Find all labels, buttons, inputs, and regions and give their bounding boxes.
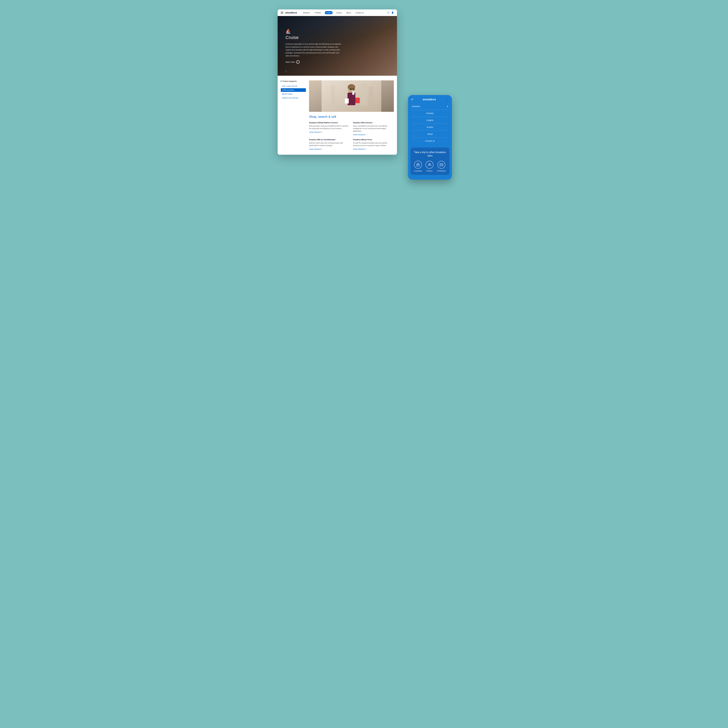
developers-label: Developers (437, 170, 446, 172)
section-title: Shop, search & sell (309, 115, 394, 119)
developers-site-item[interactable]: Developers (437, 161, 446, 172)
corporate-label: Corporate (414, 170, 422, 172)
hero-title: Cruise (286, 35, 342, 40)
product-desc-2: Enjoy unparalleled connectivity and cost… (353, 125, 394, 132)
careers-icon (425, 161, 433, 169)
nav-about[interactable]: About (346, 11, 352, 14)
nav-actions: 🔍 👤 (387, 11, 394, 14)
mobile-menu-contact[interactable]: Contact us (408, 138, 452, 144)
hamburger-menu[interactable] (281, 12, 283, 14)
mobile-menu-solutions[interactable]: Solutions ▾ (408, 103, 452, 110)
mobile-menu: Solutions ▾ Portfolio Insights Events (408, 103, 452, 146)
desktop-browser: amadeus Solutions Portfolio Insights Eve… (278, 9, 397, 154)
mobile-menu-insights[interactable]: Insights (408, 117, 452, 124)
svg-rect-2 (369, 87, 373, 106)
mobile-menu-insights-label: Insights (412, 119, 448, 121)
mobile-menu-events-label: Events (412, 126, 448, 128)
svg-rect-7 (355, 98, 360, 103)
product-name-4: Amadeus Master Pricer (353, 139, 394, 141)
mobile-menu-contact-label: Contact us (412, 140, 448, 142)
nav-insights[interactable]: Insights (325, 11, 333, 14)
sidebar-item-shop[interactable]: Shop, search and sell (281, 84, 306, 88)
mobile-menu-portfolio-label: Portfolio (412, 112, 448, 115)
mobile-nav: ✕ amadeus 👤 (408, 95, 452, 103)
nav-solutions[interactable]: Solutions (302, 11, 311, 14)
svg-rect-3 (331, 85, 335, 106)
careers-site-item[interactable]: Careers (425, 161, 433, 172)
mobile-menu-portfolio[interactable]: Portfolio (408, 110, 452, 117)
cruise-icon: ⛵ (286, 29, 342, 34)
product-card-2: Amadeus Web Services Enjoy unparalleled … (353, 122, 394, 136)
product-name-1: Amadeus Selling Platform Connect (309, 122, 350, 124)
other-sites-icons: Corporate Careers (413, 161, 447, 172)
watch-video-label: Watch video (286, 61, 295, 63)
product-image-inner (309, 80, 394, 112)
other-sites-section: Take a trip to other Amadeus sites (410, 147, 450, 175)
corporate-svg (416, 163, 420, 167)
mobile-container: ✕ amadeus 👤 Solutions ▾ Portfolio (408, 95, 452, 180)
mobile-menu-about[interactable]: About (408, 131, 452, 138)
product-name-3: Amadeus IBE by Traveltainment (309, 139, 350, 141)
scroll-down-icon[interactable]: ↓ (286, 70, 287, 73)
sidebar: Product categories Shop, search and sell… (281, 80, 306, 150)
product-desc-1: Next-generation booking and fulfillment … (309, 125, 350, 130)
svg-rect-9 (352, 91, 355, 95)
svg-rect-8 (345, 98, 349, 104)
nav-portfolio[interactable]: Portfolio (314, 11, 322, 14)
sidebar-item-traffic[interactable]: Traffic acquisition (281, 88, 306, 92)
corporate-site-item[interactable]: Corporate (414, 161, 422, 172)
hero-section: ⛵ Cruise Customer expectation is at an a… (278, 16, 397, 76)
corporate-icon (414, 161, 422, 169)
sidebar-title: Product categories (281, 80, 306, 82)
products-grid: Amadeus Selling Platform Connect Next-ge… (309, 122, 394, 150)
developers-svg (439, 163, 443, 167)
mobile-user-icon[interactable]: 👤 (446, 98, 449, 101)
svg-rect-11 (353, 89, 355, 90)
svg-point-17 (428, 164, 430, 165)
main-content: Shop, search & sell Amadeus Selling Plat… (309, 80, 394, 150)
svg-line-20 (441, 164, 442, 165)
product-name-2: Amadeus Web Services (353, 122, 394, 124)
mobile-menu-about-label: About (412, 133, 448, 135)
chevron-down-icon: ▾ (447, 105, 448, 107)
product-desc-3: Optimize online sales with a booking eng… (309, 142, 350, 147)
nav-contact[interactable]: Contact us (355, 11, 365, 14)
view-product-4[interactable]: VIEW PRODUCT (353, 148, 394, 150)
hero-content: ⛵ Cruise Customer expectation is at an a… (278, 16, 350, 69)
mobile-close-button[interactable]: ✕ (411, 98, 413, 101)
mobile-mockup: ✕ amadeus 👤 Solutions ▾ Portfolio (408, 95, 452, 180)
mobile-menu-events[interactable]: Events (408, 124, 452, 130)
search-icon[interactable]: 🔍 (387, 11, 390, 14)
svg-point-18 (430, 164, 431, 165)
nav-links: Solutions Portfolio Insights Events Abou… (302, 11, 387, 14)
product-image-svg (309, 80, 394, 112)
svg-rect-13 (417, 164, 419, 164)
view-product-2[interactable]: VIEW PRODUCT (353, 134, 394, 136)
product-image (309, 80, 394, 112)
page-layout: amadeus Solutions Portfolio Insights Eve… (278, 9, 450, 154)
view-product-1[interactable]: VIEW PRODUCT (309, 132, 350, 133)
developers-icon (437, 161, 445, 169)
product-card-3: Amadeus IBE by Traveltainment Optimize o… (309, 139, 350, 150)
sidebar-item-market[interactable]: Market insights (281, 92, 306, 96)
svg-rect-1 (361, 84, 367, 106)
hero-description: Customer expectation is at an all-time h… (286, 43, 342, 57)
browser-window: amadeus Solutions Portfolio Insights Eve… (278, 9, 397, 154)
mobile-menu-solutions-label: Solutions (412, 105, 420, 107)
watch-video-button[interactable]: Watch video (286, 60, 342, 64)
careers-label: Careers (427, 170, 433, 172)
other-sites-title: Take a trip to other Amadeus sites (413, 151, 447, 158)
view-product-3[interactable]: VIEW PRODUCT (309, 148, 350, 150)
nav-events[interactable]: Events (335, 11, 343, 14)
play-icon (296, 60, 300, 64)
product-card-1: Amadeus Selling Platform Connect Next-ge… (309, 122, 350, 136)
svg-rect-10 (350, 89, 352, 90)
sidebar-item-optimize[interactable]: Optimize and automate (281, 96, 306, 100)
user-icon[interactable]: 👤 (392, 11, 394, 14)
product-card-4: Amadeus Master Pricer Provide the cheape… (353, 139, 394, 150)
mobile-logo: amadeus (423, 98, 436, 101)
product-desc-4: Provide the cheapest bookable fares and … (353, 142, 394, 147)
content-section: Product categories Shop, search and sell… (278, 76, 397, 154)
navigation-bar: amadeus Solutions Portfolio Insights Eve… (278, 9, 397, 16)
logo: amadeus (285, 11, 297, 14)
